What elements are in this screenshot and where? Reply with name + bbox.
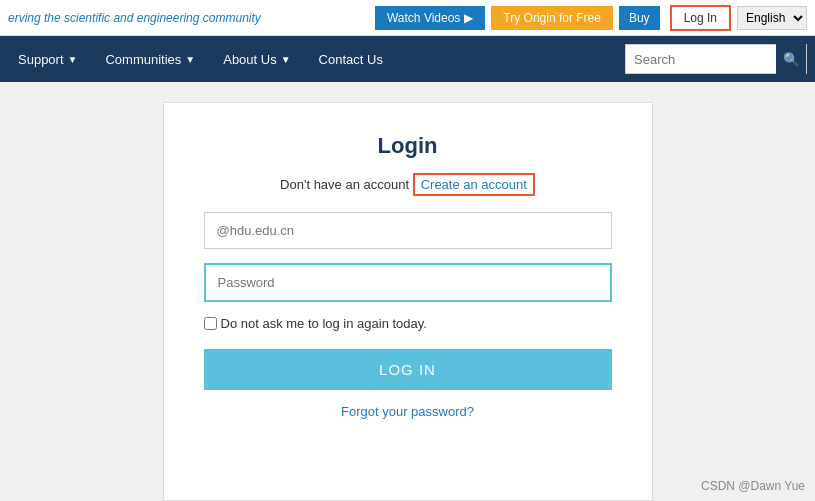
remember-me-checkbox[interactable]	[204, 317, 217, 330]
watermark: CSDN @Dawn Yue	[701, 479, 805, 493]
play-icon: ▶	[464, 11, 473, 25]
main-content: Login Don't have an account Create an ac…	[0, 82, 815, 501]
email-group	[204, 212, 612, 249]
top-utility-bar: erving the scientific and engineering co…	[0, 0, 815, 36]
remember-me-label: Do not ask me to log in again today.	[221, 316, 427, 331]
chevron-down-icon: ▼	[68, 54, 78, 65]
login-submit-button[interactable]: LOG IN	[204, 349, 612, 390]
nav-bar: Support ▼ Communities ▼ About Us ▼ Conta…	[0, 36, 815, 82]
buy-button[interactable]: Buy	[619, 6, 660, 30]
email-input[interactable]	[204, 212, 612, 249]
nav-support-label: Support	[18, 52, 64, 67]
nav-communities-label: Communities	[105, 52, 181, 67]
try-origin-button[interactable]: Try Origin for Free	[491, 6, 613, 30]
search-box: 🔍	[625, 44, 807, 74]
nav-item-communities[interactable]: Communities ▼	[91, 36, 209, 82]
login-top-button[interactable]: Log In	[670, 5, 731, 31]
create-account-link[interactable]: Create an account	[413, 173, 535, 196]
language-select[interactable]: English	[737, 6, 807, 30]
no-account-text: Don't have an account	[280, 177, 409, 192]
nav-item-about[interactable]: About Us ▼	[209, 36, 304, 82]
try-origin-label: Try Origin for Free	[503, 11, 601, 25]
search-icon: 🔍	[783, 52, 800, 67]
login-top-label: Log In	[684, 11, 717, 25]
account-row: Don't have an account Create an account	[204, 177, 612, 192]
tagline: erving the scientific and engineering co…	[8, 11, 375, 25]
buy-label: Buy	[629, 11, 650, 25]
chevron-down-icon: ▼	[185, 54, 195, 65]
password-group	[204, 263, 612, 302]
search-input[interactable]	[626, 45, 776, 73]
password-input[interactable]	[204, 263, 612, 302]
watch-videos-button[interactable]: Watch Videos ▶	[375, 6, 485, 30]
remember-me-row: Do not ask me to log in again today.	[204, 316, 612, 331]
login-submit-label: LOG IN	[379, 361, 436, 378]
nav-about-label: About Us	[223, 52, 276, 67]
login-title: Login	[204, 133, 612, 159]
search-button[interactable]: 🔍	[776, 44, 806, 74]
nav-item-contact[interactable]: Contact Us	[305, 36, 397, 82]
login-card: Login Don't have an account Create an ac…	[163, 102, 653, 501]
nav-contact-label: Contact Us	[319, 52, 383, 67]
chevron-down-icon: ▼	[281, 54, 291, 65]
nav-item-support[interactable]: Support ▼	[4, 36, 91, 82]
forgot-password-link[interactable]: Forgot your password?	[204, 404, 612, 419]
watch-videos-label: Watch Videos	[387, 11, 460, 25]
